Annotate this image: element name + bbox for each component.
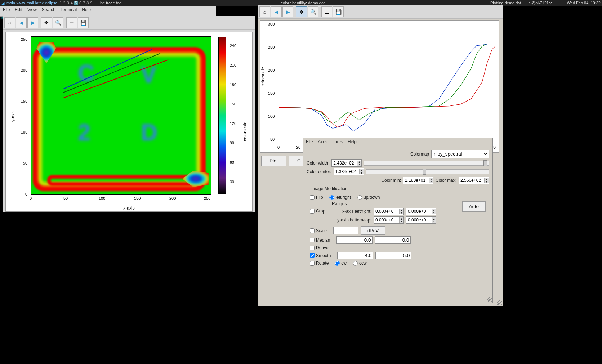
- save-icon: 💾: [80, 20, 86, 26]
- window-title-center: colorplot utility: demo.dat: [122, 1, 483, 5]
- ytick: 200: [21, 68, 27, 72]
- ytick: 100: [268, 114, 275, 118]
- derive-checkbox[interactable]: Derive: [310, 245, 329, 250]
- menu-view[interactable]: View: [27, 7, 37, 12]
- tray-icon[interactable]: ▭: [558, 1, 561, 5]
- color-max-spinner[interactable]: ▲▼: [459, 177, 489, 184]
- menu-help[interactable]: Help: [348, 139, 357, 144]
- launcher[interactable]: eclipse: [45, 1, 57, 5]
- auto-button[interactable]: Auto: [462, 201, 486, 212]
- color-min-spinner[interactable]: ▲▼: [403, 177, 433, 184]
- zoom-button[interactable]: 🔍: [53, 17, 63, 28]
- ctick: 30: [230, 180, 234, 184]
- settings-dialog: File Axes Tools Help Colormap nipy_spect…: [303, 138, 493, 303]
- forward-icon: ▶: [286, 9, 290, 15]
- median-input-1[interactable]: [336, 236, 373, 244]
- color-max-label: Color max:: [436, 178, 456, 183]
- workspace[interactable]: 4: [71, 1, 73, 5]
- forward-button[interactable]: ▶: [27, 17, 38, 28]
- workspace[interactable]: 9: [90, 1, 92, 5]
- workspace[interactable]: 1: [59, 1, 62, 5]
- median-checkbox[interactable]: Median: [310, 238, 330, 243]
- y-top-spinner[interactable]: ▲▼: [406, 216, 436, 224]
- ytick: 200: [268, 68, 275, 72]
- config-icon: ☰: [70, 20, 74, 26]
- workspace-active[interactable]: 5: [74, 1, 78, 5]
- home-button[interactable]: ⌂: [259, 6, 270, 17]
- flip-checkbox[interactable]: Flip: [310, 195, 323, 200]
- color-width-spinner[interactable]: ▲▼: [331, 159, 362, 167]
- heatmap-plot[interactable]: C V 2 D 0 50 100 150 200 250 0 50 100 15…: [5, 32, 253, 212]
- rotate-ccw-radio[interactable]: ccw: [353, 261, 367, 266]
- back-icon: ◀: [275, 9, 278, 15]
- crop-checkbox[interactable]: Crop: [310, 208, 325, 214]
- ylabel: y-axis: [10, 111, 15, 122]
- workspace[interactable]: 2: [63, 1, 65, 5]
- menu-help[interactable]: Help: [82, 7, 91, 12]
- ctick: 60: [230, 160, 234, 165]
- clock: Wed Feb 04, 10:32: [567, 1, 601, 5]
- menu-terminal[interactable]: Terminal: [61, 7, 77, 12]
- x-left-spinner[interactable]: ▲▼: [374, 208, 404, 215]
- smooth-checkbox[interactable]: Smooth: [310, 253, 331, 258]
- ctick: 150: [230, 102, 236, 106]
- median-input-2[interactable]: [375, 236, 411, 244]
- workspace[interactable]: 6: [79, 1, 81, 5]
- menu-file[interactable]: File: [3, 7, 10, 12]
- color-min-label: Color min:: [381, 178, 401, 183]
- mpl-toolbar-left: ⌂ ◀ ▶ ✥ 🔍 ☰ 💾: [3, 16, 255, 30]
- save-button[interactable]: 💾: [333, 6, 344, 17]
- dialog-menubar: File Axes Tools Help: [303, 138, 492, 146]
- y-bottom-spinner[interactable]: ▲▼: [374, 216, 404, 224]
- rotate-cw-radio[interactable]: cw: [335, 261, 347, 266]
- tool-hint: Line trace tool: [97, 1, 122, 5]
- menu-edit[interactable]: Edit: [15, 7, 22, 12]
- home-button[interactable]: ⌂: [4, 17, 15, 28]
- color-width-label: Color width:: [307, 161, 329, 166]
- launcher[interactable]: mail: [27, 1, 34, 5]
- window-title-right: Plotting demo.dat: [490, 1, 521, 5]
- flip-lr-radio[interactable]: left/right: [329, 195, 351, 200]
- x-right-spinner[interactable]: ▲▼: [406, 208, 436, 215]
- back-button[interactable]: ◀: [271, 6, 282, 17]
- back-icon: ◀: [19, 20, 23, 26]
- workspace[interactable]: 3: [67, 1, 69, 5]
- pan-button[interactable]: ✥: [296, 6, 307, 17]
- zoom-icon: 🔍: [310, 9, 316, 15]
- launcher[interactable]: latex: [35, 1, 44, 5]
- color-center-spinner[interactable]: ▲▼: [334, 168, 364, 175]
- colormap-select[interactable]: nipy_spectral: [431, 150, 489, 158]
- forward-button[interactable]: ▶: [282, 6, 293, 17]
- smooth-input-2[interactable]: [375, 252, 411, 259]
- color-width-slider[interactable]: [364, 161, 489, 166]
- config-button[interactable]: ☰: [66, 17, 77, 28]
- config-icon: ☰: [325, 9, 329, 15]
- back-button[interactable]: ◀: [16, 17, 27, 28]
- plot-button[interactable]: Plot: [261, 156, 286, 166]
- menu-search[interactable]: Search: [42, 7, 55, 12]
- line-plot[interactable]: 50 100 150 200 250 300 0 20 80 colorscal…: [260, 20, 499, 153]
- launcher[interactable]: main: [6, 1, 15, 5]
- smooth-input-1[interactable]: [337, 252, 373, 259]
- scale-checkbox[interactable]: Scale: [310, 228, 327, 233]
- save-button[interactable]: 💾: [78, 17, 89, 28]
- resize-grip[interactable]: [497, 300, 502, 305]
- save-icon: 💾: [335, 9, 342, 15]
- workspace[interactable]: 8: [86, 1, 89, 5]
- pan-button[interactable]: ✥: [41, 17, 52, 28]
- didv-button[interactable]: dI/dV: [361, 226, 385, 235]
- scale-input[interactable]: [333, 227, 358, 234]
- menu-tools[interactable]: Tools: [333, 139, 343, 144]
- color-center-slider[interactable]: [366, 169, 489, 174]
- config-button[interactable]: ☰: [321, 6, 332, 17]
- workspace[interactable]: 7: [83, 1, 85, 5]
- resize-grip[interactable]: [487, 297, 492, 302]
- menu-file[interactable]: File: [306, 139, 313, 144]
- launcher[interactable]: www: [17, 1, 25, 5]
- flip-ud-radio[interactable]: up/down: [357, 195, 380, 200]
- rotate-checkbox[interactable]: Rotate: [310, 261, 329, 266]
- zoom-button[interactable]: 🔍: [308, 6, 318, 17]
- xtick: 0: [30, 196, 32, 201]
- menu-axes[interactable]: Axes: [318, 139, 327, 144]
- zoom-icon: 🔍: [55, 20, 61, 26]
